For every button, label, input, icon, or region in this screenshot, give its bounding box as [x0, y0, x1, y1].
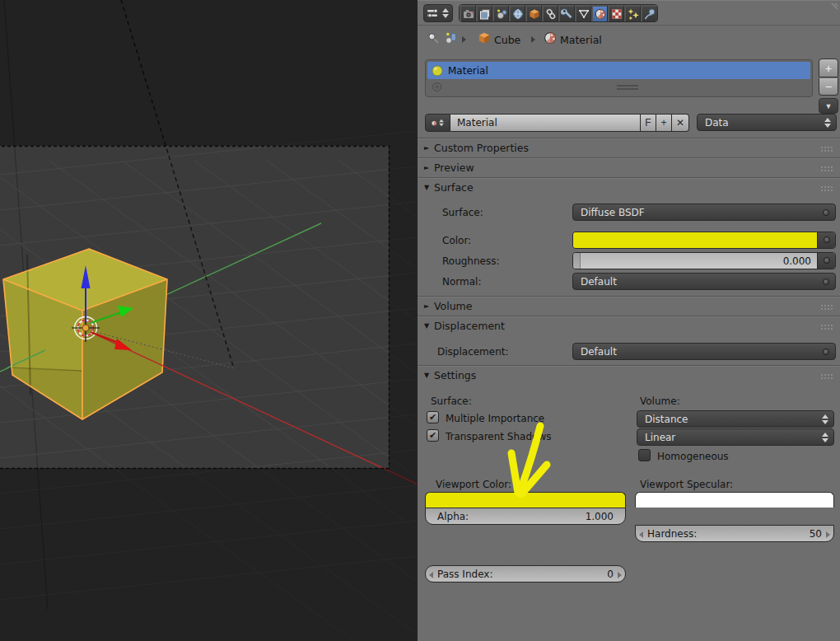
physics-icon	[643, 7, 656, 21]
volume-sampling-value: Distance	[645, 414, 688, 425]
tab-render[interactable]	[460, 5, 476, 22]
volume-sampling-dropdown[interactable]: Distance	[637, 410, 834, 428]
tab-object[interactable]	[525, 5, 542, 22]
panel-title: Custom Properties	[434, 142, 529, 154]
pin-icon[interactable]	[427, 31, 441, 46]
tab-constraints[interactable]	[542, 5, 558, 22]
hardness-label: Hardness:	[647, 528, 810, 540]
material-name-field[interactable]	[450, 114, 641, 132]
homogeneous-checkbox[interactable]	[638, 449, 651, 461]
panel-grip[interactable]	[820, 185, 834, 191]
fake-user-button[interactable]: F	[641, 114, 656, 132]
diffuse-color-field[interactable]	[572, 232, 836, 249]
multiple-importance-checkbox[interactable]: ✔	[427, 411, 439, 423]
minus-icon: −	[825, 80, 832, 93]
settings-surface-label: Surface:	[431, 395, 472, 407]
decrement-arrow-icon[interactable]	[429, 572, 433, 578]
browse-material-button[interactable]	[425, 114, 450, 132]
add-material-slot-button[interactable]: +	[819, 58, 838, 77]
decrement-arrow-icon[interactable]	[639, 531, 643, 538]
normal-label: Normal:	[442, 276, 481, 288]
tab-physics[interactable]	[641, 5, 657, 22]
pass-index-field[interactable]: Pass Index: 0	[425, 565, 626, 583]
tab-particles[interactable]	[624, 5, 641, 22]
increment-arrow-icon[interactable]	[618, 572, 622, 578]
viewport-color-swatch[interactable]	[425, 492, 626, 508]
hardness-field[interactable]: Hardness: 50	[635, 525, 834, 542]
material-datablock: F + ✕	[425, 114, 689, 132]
material-breadcrumb-icon	[543, 30, 558, 45]
panel-volume[interactable]: ► Volume	[418, 296, 840, 316]
panel-grip[interactable]	[820, 373, 834, 379]
properties-editor: Cube Material Material + + − ▼	[417, 0, 840, 641]
diffuse-color-swatch[interactable]	[573, 232, 817, 248]
panel-grip[interactable]	[820, 166, 834, 171]
volume-interpolation-value: Linear	[645, 432, 675, 443]
new-material-button[interactable]: +	[656, 114, 672, 132]
roughness-slider[interactable]: 0.000	[573, 253, 817, 269]
panel-custom-properties[interactable]: ► Custom Properties	[418, 138, 840, 157]
material-icon	[594, 7, 607, 21]
render-camera-icon	[462, 7, 475, 21]
corner-resize-handle[interactable]	[827, 2, 838, 13]
transparent-shadows-checkbox[interactable]: ✔	[427, 429, 439, 442]
alpha-value: 1.000	[586, 511, 614, 522]
render-layers-icon	[478, 7, 492, 21]
increment-arrow-icon[interactable]	[826, 531, 830, 538]
plus-icon: +	[825, 62, 832, 75]
updown-arrows-icon	[824, 118, 831, 128]
object-breadcrumb-icon	[444, 30, 459, 45]
node-socket-icon	[824, 236, 830, 243]
pass-index-value: 0	[607, 568, 614, 580]
particles-icon	[627, 7, 640, 21]
panel-grip[interactable]	[820, 304, 834, 310]
tab-render-layers[interactable]	[476, 5, 492, 22]
tab-scene[interactable]	[492, 5, 509, 22]
material-slot-name: Material	[448, 65, 488, 77]
viewport-specular-swatch[interactable]	[635, 492, 834, 508]
material-source-dropdown[interactable]: Data	[697, 114, 837, 131]
settings-volume-label: Volume:	[640, 395, 680, 407]
list-resize-grip[interactable]	[617, 85, 638, 90]
panel-grip[interactable]	[820, 324, 834, 330]
tab-modifiers[interactable]	[558, 5, 575, 22]
node-socket-icon	[823, 209, 829, 216]
3d-viewport[interactable]	[0, 0, 417, 641]
panel-preview[interactable]: ► Preview	[418, 157, 840, 177]
remove-material-slot-button[interactable]: −	[819, 78, 838, 96]
tab-object-data[interactable]	[575, 5, 591, 22]
texture-icon	[610, 7, 623, 21]
blender-window: Cube Material Material + + − ▼	[0, 0, 840, 641]
tab-material[interactable]	[591, 5, 608, 22]
surface-shader-dropdown[interactable]: Diffuse BSDF	[572, 204, 836, 221]
roughness-value: 0.000	[783, 255, 811, 267]
node-socket-icon	[823, 349, 829, 355]
editor-type-selector[interactable]	[423, 4, 453, 22]
unlink-material-button[interactable]: ✕	[672, 114, 689, 132]
material-slot-list: Material +	[425, 59, 813, 97]
node-socket-icon	[823, 278, 829, 285]
updown-arrows-icon	[822, 414, 828, 424]
panel-settings[interactable]: ▼ Settings	[418, 365, 840, 385]
normal-dropdown[interactable]: Default	[572, 273, 836, 290]
expanded-arrow-icon: ▼	[424, 184, 434, 191]
displacement-dropdown[interactable]: Default	[572, 343, 836, 360]
volume-interpolation-dropdown[interactable]: Linear	[637, 428, 834, 446]
property-tabs	[459, 4, 658, 22]
panel-displacement[interactable]: ▼ Displacement	[418, 316, 840, 335]
normal-value: Default	[581, 276, 617, 288]
pass-index-label: Pass Index:	[437, 568, 607, 580]
material-slot-row[interactable]: Material	[427, 62, 810, 79]
panel-surface[interactable]: ▼ Surface	[418, 177, 840, 197]
panel-title: Surface	[434, 181, 474, 194]
object-icon	[528, 7, 541, 21]
tab-world[interactable]	[509, 5, 525, 22]
panel-grip[interactable]	[820, 146, 834, 152]
viewport-specular-label: Viewport Specular:	[640, 479, 733, 490]
browse-arrows-icon	[439, 119, 444, 126]
browse-material-icon	[431, 118, 437, 129]
alpha-slider[interactable]: Alpha: 1.000	[425, 508, 626, 525]
material-specials-menu-button[interactable]: ▼	[819, 98, 838, 114]
tab-texture[interactable]	[608, 5, 624, 22]
node-socket-icon	[824, 257, 830, 264]
